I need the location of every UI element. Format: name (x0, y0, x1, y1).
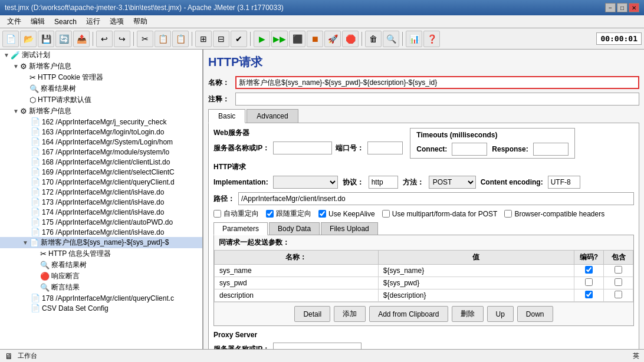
expand-button[interactable]: ⊞ (195, 31, 212, 47)
maximize-button[interactable]: □ (617, 3, 627, 12)
tree-item-17[interactable]: ▼ 📄 新增客户信息${sys_name}-${sys_pwd}-$ (0, 237, 202, 248)
tree-item-16[interactable]: 📄 176 /ApprInterfaceMgr/client/isHave.do (0, 227, 202, 237)
collapse-button[interactable]: ⊟ (213, 31, 229, 47)
tree-item-7[interactable]: 📄 164 /ApprInterfaceMgr/System/Login/hom (0, 137, 202, 147)
redo-button[interactable]: ↪ (114, 31, 130, 47)
tree-item-12[interactable]: 📄 172 /ApprInterfaceMgr/client/isHave.do (0, 187, 202, 197)
tree-item-22[interactable]: 📄 178 /ApprInterfaceMgr/client/queryClie… (0, 293, 202, 303)
tree-item-20[interactable]: 🔴 响应断言 (0, 271, 202, 282)
name-input[interactable] (235, 76, 639, 89)
impl-select[interactable] (273, 176, 338, 189)
tree-item-6[interactable]: 📄 163 /ApprInterfaceMgr/login/toLogin.do (0, 127, 202, 137)
detail-button[interactable]: Detail (294, 306, 330, 322)
tree-item-18[interactable]: ✂ HTTP 信息头管理器 (0, 248, 202, 259)
revert-button[interactable]: 🔄 (55, 31, 72, 47)
up-button[interactable]: Up (487, 306, 514, 322)
proxy-server-input[interactable] (273, 343, 362, 349)
tree-item-5[interactable]: 📄 162 /ApprInterfaceMgr/j_security_check (0, 117, 202, 127)
tab-advanced[interactable]: Advanced (247, 109, 298, 123)
menu-search[interactable]: Search (50, 17, 81, 27)
paste-button[interactable]: 📋 (172, 31, 189, 47)
inner-tab-parameters[interactable]: Parameters (213, 222, 268, 235)
root-expand[interactable]: ▼ (2, 51, 11, 60)
menu-options[interactable]: 选项 (105, 15, 129, 28)
new-button[interactable]: 📄 (2, 31, 19, 47)
add-from-clipboard-button[interactable]: Add from Clipboard (369, 306, 448, 322)
down-button[interactable]: Down (517, 306, 553, 322)
tree-root[interactable]: ▼ 🧪 测试计划 (0, 50, 202, 61)
expand-4[interactable]: ▼ (12, 107, 20, 116)
delete-button[interactable]: 删除 (452, 306, 484, 322)
expand-17[interactable]: ▼ (21, 239, 29, 247)
http-method-row: Implementation: 协议： 方法： POST GET PUT DEL… (213, 176, 634, 189)
menu-file[interactable]: 文件 (2, 15, 26, 28)
menu-run[interactable]: 运行 (81, 15, 105, 28)
copy-button[interactable]: 📋 (155, 31, 171, 47)
open-button[interactable]: 📂 (20, 31, 37, 47)
tree-item-19[interactable]: 🔍 察看结果树 (0, 259, 202, 271)
menu-help[interactable]: 帮助 (129, 15, 152, 28)
browser-headers-cb[interactable]: Browser-compatible headers (504, 210, 604, 218)
tab-basic[interactable]: Basic (208, 109, 245, 123)
log-button[interactable]: 📊 (406, 31, 422, 47)
expand-0[interactable]: ▼ (12, 62, 20, 71)
tree-item-1[interactable]: ✂ HTTP Cookie 管理器 (0, 72, 202, 83)
tree-item-23[interactable]: 📄 CSV Data Set Config (0, 303, 202, 313)
remote-start-button[interactable]: 🚀 (324, 31, 341, 47)
follow-redirect-input[interactable] (266, 210, 274, 218)
save-button[interactable]: 💾 (38, 31, 54, 47)
follow-redirect-cb[interactable]: 跟随重定向 (266, 209, 311, 219)
tree-item-3[interactable]: ⬡ HTTP请求默认值 (0, 94, 202, 106)
tree-item-11[interactable]: 📄 170 /ApprInterfaceMgr/client/queryClie… (0, 177, 202, 187)
comment-input[interactable] (235, 93, 639, 106)
keep-alive-input[interactable] (318, 210, 326, 218)
tree-item-2[interactable]: 🔍 察看结果树 (0, 83, 202, 94)
icon-9: 📄 (31, 157, 40, 166)
tree-item-21[interactable]: 🔍 断言结果 (0, 282, 202, 293)
start-button[interactable]: ▶ (254, 31, 270, 47)
start-no-pauses-button[interactable]: ▶▶ (271, 31, 288, 47)
remote-stop-button[interactable]: 🛑 (342, 31, 359, 47)
tree-item-14[interactable]: 📄 174 /ApprInterfaceMgr/client/isHave.do (0, 207, 202, 217)
param-name-1: sys_pwd (215, 277, 379, 289)
tree-item-9[interactable]: 📄 168 /ApprInterfaceMgr/client/clientLis… (0, 157, 202, 167)
port-input[interactable] (367, 141, 403, 154)
minimize-button[interactable]: − (605, 3, 616, 12)
proxy-server-label: 服务器名称或IP： (213, 344, 270, 350)
clear-all-button[interactable]: 🗑 (365, 31, 382, 47)
inner-tab-files-upload[interactable]: Files Upload (321, 222, 378, 235)
search-button[interactable]: 🔍 (383, 31, 399, 47)
close-button[interactable]: ✕ (629, 3, 639, 12)
add-button[interactable]: 添加 (334, 306, 366, 322)
label-18: HTTP 信息头管理器 (48, 249, 111, 259)
tree-item-4[interactable]: ▼ ⚙ 新增客户信息 (0, 106, 202, 117)
cut-button[interactable]: ✂ (137, 31, 153, 47)
help-button[interactable]: ❓ (423, 31, 440, 47)
enable-button[interactable]: ✔ (231, 31, 247, 47)
response-input[interactable] (533, 143, 569, 156)
connect-input[interactable] (452, 143, 487, 156)
export-button[interactable]: 📤 (73, 31, 90, 47)
inner-tab-body-data[interactable]: Body Data (269, 222, 320, 235)
stop-button[interactable]: ⬛ (289, 31, 305, 47)
path-input[interactable] (238, 192, 634, 205)
server-input[interactable] (273, 141, 332, 154)
multipart-input[interactable] (382, 210, 390, 218)
undo-button[interactable]: ↩ (96, 31, 113, 47)
param-row-1: sys_pwd ${sys_pwd} (215, 277, 633, 289)
multipart-cb[interactable]: Use multipart/form-data for POST (382, 210, 498, 218)
protocol-input[interactable] (369, 176, 398, 189)
shutdown-button[interactable]: ⏹ (307, 31, 323, 47)
auto-redirect-input[interactable] (213, 210, 221, 218)
browser-headers-input[interactable] (504, 210, 512, 218)
auto-redirect-cb[interactable]: 自动重定向 (213, 209, 259, 219)
tree-item-0[interactable]: ▼ ⚙ 新增客户信息 (0, 61, 202, 72)
tree-item-8[interactable]: 📄 167 /ApprInterfaceMgr/module/system/lo (0, 147, 202, 157)
tree-item-10[interactable]: 📄 169 /ApprInterfaceMgr/client/selectCli… (0, 167, 202, 177)
tree-item-13[interactable]: 📄 173 /ApprInterfaceMgr/client/isHave.do (0, 197, 202, 207)
method-select[interactable]: POST GET PUT DELETE (429, 176, 476, 189)
tree-item-15[interactable]: 📄 175 /ApprInterfaceMgr/client/autoPWD.d… (0, 217, 202, 227)
encoding-input[interactable] (548, 176, 580, 189)
keep-alive-cb[interactable]: Use KeepAlive (318, 210, 375, 218)
menu-edit[interactable]: 编辑 (26, 15, 50, 28)
